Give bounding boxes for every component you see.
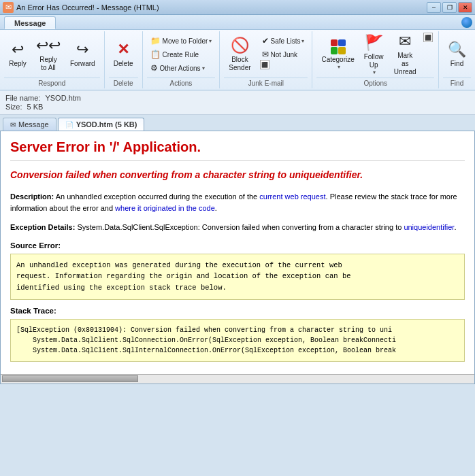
find-icon: 🔍	[448, 41, 466, 58]
reply-button[interactable]: ↩ Reply	[4, 33, 31, 76]
filename-label: File name:	[5, 94, 40, 102]
tab-message-content[interactable]: ✉ Message	[3, 118, 56, 131]
ribbon-group-delete: ✕ Delete Delete	[105, 31, 143, 88]
source-error-code: An unhandled exception was generated dur…	[10, 254, 465, 300]
delete-icon: ✕	[117, 41, 129, 58]
ribbon-group-actions: 📁 Move to Folder ▾ 📋 Create Rule ⚙ Other…	[143, 31, 220, 88]
horizontal-scrollbar[interactable]	[1, 374, 474, 384]
ribbon-group-find: 🔍 Find Find	[439, 31, 475, 88]
filename-value: YSOD.htm	[45, 94, 81, 102]
block-sender-button[interactable]: 🚫 BlockSender	[224, 33, 255, 76]
follow-up-button[interactable]: 🚩 FollowUp ▾	[359, 33, 389, 76]
window-title: An Error Has Occurred! - Message (HTML)	[16, 3, 159, 12]
error-title: Server Error in '/' Application.	[10, 139, 465, 161]
minimize-button[interactable]: –	[427, 2, 441, 13]
junk-expand-icon[interactable]: ⬛	[260, 60, 269, 69]
not-junk-button[interactable]: ✉ Not Junk	[259, 48, 308, 61]
folder-icon: 📁	[150, 36, 161, 46]
envelope-icon: ✉	[10, 121, 16, 129]
exception-label: Exception Details:	[10, 223, 75, 231]
mark-unread-button[interactable]: ✉ Mark asUnread	[389, 33, 422, 76]
block-icon: 🚫	[231, 37, 249, 54]
create-rule-button[interactable]: 📋 Create Rule	[147, 48, 216, 61]
ribbon-tab-bar: Message	[0, 15, 475, 30]
reply-all-icon: ↩↩	[36, 37, 61, 54]
tab-ysod-label: YSOD.htm (5 KB)	[76, 120, 137, 129]
other-icon: ⚙	[150, 63, 158, 73]
not-junk-icon: ✉	[262, 50, 269, 59]
cat-dropdown-icon: ▾	[338, 64, 340, 70]
junk-group-label: Junk E-mail	[224, 78, 308, 87]
ribbon: ↩ Reply ↩↩ Replyto All ↪ Forward Respond…	[0, 30, 475, 90]
followup-icon: 🚩	[365, 34, 383, 52]
unread-icon: ✉	[399, 33, 411, 50]
safe-icon: ✔	[262, 36, 269, 46]
restore-button[interactable]: ❐	[442, 2, 457, 13]
followup-dropdown-icon: ▾	[373, 69, 376, 75]
description-section: Description: An unhandled exception occu…	[10, 191, 465, 214]
error-subtitle: Conversion failed when converting from a…	[10, 169, 465, 180]
source-error-title: Source Error:	[10, 241, 465, 250]
find-group-label: Find	[443, 78, 471, 87]
respond-group-label: Respond	[4, 78, 100, 87]
dropdown-arrow2-icon: ▾	[202, 65, 205, 71]
tab-message-label: Message	[18, 120, 49, 129]
description-label: Description:	[10, 192, 54, 201]
reply-all-button[interactable]: ↩↩ Replyto All	[31, 33, 65, 76]
forward-icon: ↪	[76, 41, 88, 58]
tab-message[interactable]: Message	[4, 16, 56, 29]
rule-icon: 📋	[150, 50, 161, 59]
stack-trace-title: Stack Trace:	[10, 307, 465, 315]
size-label: Size:	[5, 103, 22, 111]
dropdown-arrow-icon: ▾	[209, 38, 212, 44]
exception-section: Exception Details: System.Data.SqlClient…	[10, 222, 465, 233]
other-actions-button[interactable]: ⚙ Other Actions ▾	[147, 61, 216, 75]
reply-icon: ↩	[12, 41, 24, 58]
ribbon-group-options: Categorize ▾ 🚩 FollowUp ▾ ✉ Mark asUnrea…	[312, 31, 439, 88]
globe-icon	[461, 17, 472, 28]
app-icon: ✉	[3, 2, 14, 13]
forward-button[interactable]: ↪ Forward	[65, 33, 100, 76]
delete-button[interactable]: ✕ Delete	[109, 33, 138, 76]
ribbon-group-respond: ↩ Reply ↩↩ Replyto All ↪ Forward Respond	[0, 31, 105, 88]
stack-trace-code: [SqlException (0x80131904): Conversion f…	[10, 319, 465, 362]
options-group-label: Options	[316, 78, 434, 87]
ribbon-group-junk: 🚫 BlockSender ✔ Safe Lists ▾ ✉ Not Junk …	[220, 31, 312, 88]
h-scroll-thumb[interactable]	[2, 375, 138, 382]
move-to-folder-button[interactable]: 📁 Move to Folder ▾	[147, 34, 216, 48]
dropdown-arrow3-icon: ▾	[301, 38, 304, 44]
size-value: 5 KB	[27, 103, 44, 111]
message-tabs: ✉ Message 📄 YSOD.htm (5 KB)	[0, 115, 475, 131]
close-button[interactable]: ✕	[458, 2, 472, 13]
tab-ysod[interactable]: 📄 YSOD.htm (5 KB)	[58, 118, 145, 131]
content-area: Server Error in '/' Application. Convers…	[0, 131, 475, 384]
delete-group-label: Delete	[109, 78, 138, 87]
options-expand-icon[interactable]: ⬛	[423, 33, 433, 42]
find-button[interactable]: 🔍 Find	[443, 33, 471, 76]
safe-lists-button[interactable]: ✔ Safe Lists ▾	[259, 34, 308, 48]
categorize-icon	[331, 39, 346, 54]
categorize-button[interactable]: Categorize ▾	[316, 33, 359, 76]
doc-icon: 📄	[65, 121, 73, 129]
title-bar: ✉ An Error Has Occurred! - Message (HTML…	[0, 0, 475, 15]
content-scroll[interactable]: Server Error in '/' Application. Convers…	[1, 131, 474, 374]
actions-group-label: Actions	[147, 78, 216, 87]
info-bar: File name: YSOD.htm Size: 5 KB	[0, 90, 475, 115]
